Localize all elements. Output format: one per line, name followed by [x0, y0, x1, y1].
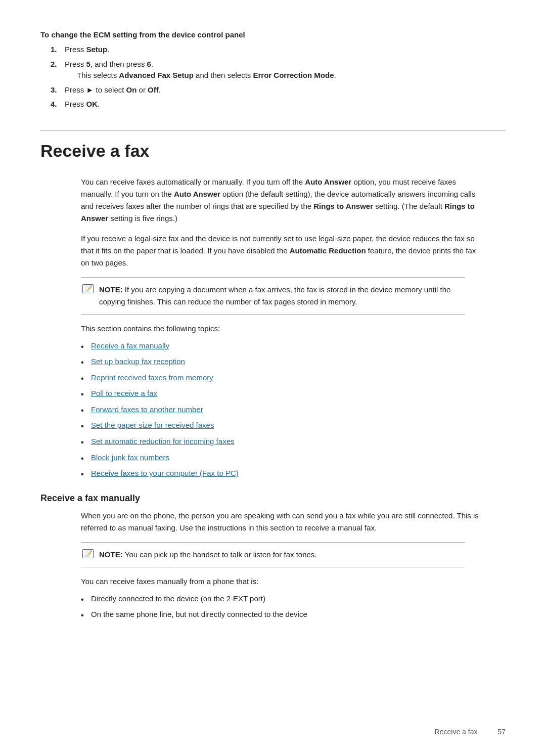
topic-item-6[interactable]: • Set the paper size for received faxes	[81, 419, 506, 433]
note-text-1: NOTE: If you are copying a document when…	[99, 284, 465, 308]
bullet-3: •	[81, 372, 91, 385]
step-3: 3. Press ► to select On or Off.	[51, 84, 506, 96]
note-icon-1: 📝	[81, 284, 95, 293]
step-2: 2. Press 5, and then press 6. This selec…	[51, 59, 506, 81]
topic-link-6[interactable]: Set the paper size for received faxes	[91, 419, 214, 431]
step-2-number: 2.	[51, 59, 63, 70]
topic-link-1[interactable]: Receive a fax manually	[91, 340, 169, 352]
step-2-sub: This selects Advanced Fax Setup and then…	[77, 70, 506, 81]
bullet-2: •	[81, 356, 91, 369]
step-4: 4. Press OK.	[51, 99, 506, 110]
footer-page-label: Receive a fax	[435, 728, 478, 736]
bullet-6: •	[81, 420, 91, 433]
topic-link-9[interactable]: Receive faxes to your computer (Fax to P…	[91, 467, 239, 479]
footer-bar: Receive a fax 57	[40, 728, 506, 736]
note-box-2: 📝 NOTE: You can pick up the handset to t…	[81, 542, 465, 567]
sub-heading-receive-manually: Receive a fax manually	[40, 493, 506, 504]
footer-text: Receive a fax 57	[435, 728, 506, 736]
topic-item-7[interactable]: • Set automatic reduction for incoming f…	[81, 435, 506, 449]
intro-paragraph-2: If you receive a legal-size fax and the …	[81, 233, 485, 269]
topic-item-2[interactable]: • Set up backup fax reception	[81, 355, 506, 369]
bullet-4: •	[81, 388, 91, 401]
can-receive-list: • Directly connected to the device (on t…	[81, 593, 506, 622]
bullet-5: •	[81, 404, 91, 417]
step-3-number: 3.	[51, 84, 63, 96]
bullet-1: •	[81, 340, 91, 353]
can-receive-bullet-2: •	[81, 609, 91, 622]
note-text-2: NOTE: You can pick up the handset to tal…	[99, 549, 465, 561]
ecm-section: To change the ECM setting from the devic…	[40, 30, 506, 110]
ecm-heading: To change the ECM setting from the devic…	[40, 30, 506, 39]
note-icon-img-1: 📝	[82, 284, 94, 293]
can-receive-intro: You can receive faxes manually from a ph…	[81, 575, 506, 588]
bullet-9: •	[81, 468, 91, 481]
topic-link-8[interactable]: Block junk fax numbers	[91, 452, 169, 464]
step-2-content: Press 5, and then press 6. This selects …	[65, 59, 506, 81]
top-divider	[40, 130, 506, 131]
page-container: To change the ECM setting from the devic…	[0, 0, 546, 756]
topic-link-4[interactable]: Poll to receive a fax	[91, 387, 157, 399]
step-3-content: Press ► to select On or Off.	[65, 84, 506, 96]
topic-link-7[interactable]: Set automatic reduction for incoming fax…	[91, 435, 234, 448]
topic-item-3[interactable]: • Reprint received faxes from memory	[81, 372, 506, 385]
can-receive-bullet-1: •	[81, 593, 91, 606]
step-4-number: 4.	[51, 99, 63, 110]
topic-item-4[interactable]: • Poll to receive a fax	[81, 387, 506, 401]
step-1-number: 1.	[51, 44, 63, 56]
section-intro: This section contains the following topi…	[81, 323, 506, 335]
step-4-content: Press OK.	[65, 99, 506, 110]
bullet-8: •	[81, 452, 91, 465]
note-icon-2: 📝	[81, 549, 95, 558]
note-box-1: 📝 NOTE: If you are copying a document wh…	[81, 277, 465, 315]
can-receive-text-1: Directly connected to the device (on the…	[91, 593, 265, 605]
bullet-7: •	[81, 436, 91, 449]
can-receive-item-2: • On the same phone line, but not direct…	[81, 608, 506, 622]
can-receive-item-1: • Directly connected to the device (on t…	[81, 593, 506, 606]
topics-list: • Receive a fax manually • Set up backup…	[81, 340, 506, 481]
note-label-2: NOTE:	[99, 550, 125, 559]
step-1-content: Press Setup.	[65, 44, 506, 56]
topic-link-3[interactable]: Reprint received faxes from memory	[91, 372, 213, 384]
intro-paragraph-1: You can receive faxes automatically or m…	[81, 176, 485, 225]
topic-item-1[interactable]: • Receive a fax manually	[81, 340, 506, 353]
step-1: 1. Press Setup.	[51, 44, 506, 56]
sub-section-receive-manually: Receive a fax manually When you are on t…	[40, 493, 506, 622]
note-label-1: NOTE:	[99, 285, 125, 294]
topic-link-5[interactable]: Forward faxes to another number	[91, 404, 203, 416]
sub-section-body: When you are on the phone, the person yo…	[81, 510, 485, 534]
footer-page-number: 57	[497, 728, 506, 736]
can-receive-text-2: On the same phone line, but not directly…	[91, 608, 307, 620]
steps-list: 1. Press Setup. 2. Press 5, and then pre…	[51, 44, 506, 110]
main-heading: Receive a fax	[40, 141, 506, 164]
topic-item-5[interactable]: • Forward faxes to another number	[81, 404, 506, 417]
note-icon-img-2: 📝	[82, 549, 94, 558]
topic-link-2[interactable]: Set up backup fax reception	[91, 355, 185, 368]
topic-item-8[interactable]: • Block junk fax numbers	[81, 452, 506, 465]
topic-item-9[interactable]: • Receive faxes to your computer (Fax to…	[81, 467, 506, 481]
